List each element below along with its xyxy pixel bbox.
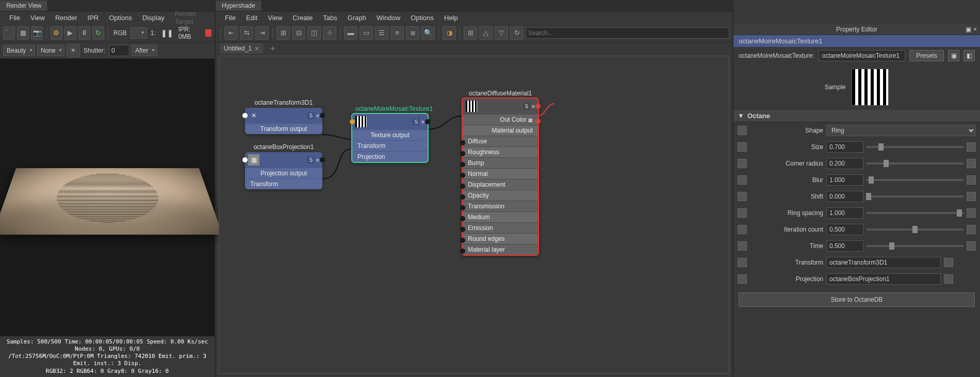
menu-ipr[interactable]: IPR: [83, 12, 104, 23]
hs-menu-edit[interactable]: Edit: [241, 12, 263, 23]
pause-icon[interactable]: ❚❚: [159, 29, 175, 37]
param-icon[interactable]: [738, 192, 747, 201]
render-viewport[interactable]: [0, 59, 215, 336]
param-icon[interactable]: [738, 258, 747, 267]
node-graph-canvas[interactable]: octaneTransform3D1 ✕ S≡ Transform output…: [219, 56, 729, 374]
mode-4-icon[interactable]: ≡: [390, 26, 404, 40]
transform-input[interactable]: [826, 257, 941, 268]
collapse-icon[interactable]: ▼: [738, 112, 744, 120]
render-sequence-icon[interactable]: ▦: [17, 26, 29, 40]
node-box-projection[interactable]: octaneBoxProjection1 ▦ S≡ Projection out…: [245, 152, 322, 189]
param-icon[interactable]: [738, 126, 747, 135]
menu-view[interactable]: View: [25, 12, 50, 23]
copy-tab-icon[interactable]: ▣: [948, 50, 959, 61]
shift-input[interactable]: [826, 191, 863, 202]
corner-radius-input[interactable]: [826, 158, 863, 169]
maximize-icon[interactable]: ▣: [966, 26, 971, 33]
solo-icon[interactable]: ◑: [443, 26, 456, 40]
hs-menu-help[interactable]: Help: [439, 12, 463, 23]
menu-options[interactable]: Options: [104, 12, 137, 23]
record-icon[interactable]: [205, 29, 211, 37]
time-slider[interactable]: [867, 245, 963, 247]
snapshot-icon[interactable]: 📷: [31, 26, 43, 40]
corner-radius-slider[interactable]: [867, 162, 963, 165]
render-frame-icon[interactable]: ⬛: [3, 26, 15, 40]
close-icon[interactable]: ×: [973, 26, 977, 33]
ring-spacing-input[interactable]: [826, 207, 863, 219]
param-icon[interactable]: [738, 159, 747, 168]
map-button[interactable]: [967, 159, 976, 168]
mode-5-icon[interactable]: ≣: [406, 26, 419, 40]
size-slider[interactable]: [867, 146, 963, 148]
ring-spacing-slider[interactable]: [867, 212, 963, 214]
hs-menu-options[interactable]: Options: [405, 12, 439, 23]
store-to-octanedb-button[interactable]: Store to OctaneDB: [739, 292, 975, 307]
param-icon[interactable]: [738, 274, 747, 284]
mode-1-icon[interactable]: ▬: [344, 26, 357, 40]
ipr-start-icon[interactable]: ▶: [64, 26, 76, 40]
presets-button[interactable]: Presets: [909, 50, 944, 61]
input-connections-icon[interactable]: ⇤: [224, 26, 238, 40]
c-btn-icon[interactable]: ↻: [510, 26, 524, 40]
io-connections-icon[interactable]: ⇆: [240, 26, 253, 40]
menu-file[interactable]: File: [4, 12, 25, 23]
remove-selected-icon[interactable]: ⊟: [292, 26, 305, 40]
param-icon[interactable]: [738, 241, 747, 251]
grid-icon[interactable]: ⊞: [464, 26, 477, 40]
render-view-tab[interactable]: Render View: [0, 1, 48, 11]
hs-menu-view[interactable]: View: [263, 12, 287, 23]
hs-menu-window[interactable]: Window: [371, 12, 405, 23]
shape-select[interactable]: Ring: [826, 125, 976, 136]
rearrange-icon[interactable]: ⊹: [323, 26, 336, 40]
menu-render[interactable]: Render: [50, 12, 83, 23]
mode-3-icon[interactable]: ☰: [375, 26, 388, 40]
b-btn-icon[interactable]: ▽: [495, 26, 508, 40]
param-icon[interactable]: [738, 208, 747, 218]
channel-select[interactable]: [130, 27, 147, 39]
shift-slider[interactable]: [867, 195, 963, 198]
hs-menu-create[interactable]: Create: [287, 12, 318, 23]
shutter-mode-select[interactable]: After: [132, 45, 157, 56]
menu-display[interactable]: Display: [137, 12, 170, 23]
mat-name-input[interactable]: [819, 50, 906, 61]
param-icon[interactable]: [738, 175, 747, 185]
map-button[interactable]: [967, 241, 976, 251]
node-diffuse-material[interactable]: octaneDiffuseMaterial1 S≡ Out Color ▦ Ma…: [462, 97, 539, 256]
map-button[interactable]: [944, 274, 953, 284]
ipr-refresh-icon[interactable]: ↻: [92, 26, 104, 40]
time-input[interactable]: [826, 240, 863, 252]
projection-input[interactable]: [826, 273, 941, 285]
node-moire-mosaic[interactable]: octaneMoireMosaicTexture1 S≡ Texture out…: [351, 113, 429, 163]
map-button[interactable]: [967, 175, 976, 185]
map-button[interactable]: [967, 192, 976, 201]
aov-select[interactable]: Beauty: [3, 45, 35, 56]
hs-menu-tabs[interactable]: Tabs: [318, 12, 342, 23]
param-icon[interactable]: [738, 142, 747, 152]
node-transform3d[interactable]: octaneTransform3D1 ✕ S≡ Transform output: [245, 108, 322, 134]
ipr-1-icon[interactable]: ⚙: [51, 26, 62, 40]
size-input[interactable]: [826, 141, 863, 153]
iteration-count-input[interactable]: [826, 224, 863, 235]
a-btn-icon[interactable]: △: [479, 26, 493, 40]
hypershade-tab[interactable]: Hypershade: [216, 1, 262, 11]
hs-menu-file[interactable]: File: [220, 12, 241, 23]
output-connections-icon[interactable]: ⇥: [255, 26, 269, 40]
map-button[interactable]: [967, 208, 976, 218]
octane-section-header[interactable]: ▼ Octane: [733, 110, 980, 122]
blur-slider[interactable]: [867, 179, 963, 181]
mode-2-icon[interactable]: ▭: [360, 26, 373, 40]
select-node-icon[interactable]: ◧: [963, 50, 975, 61]
add-selected-icon[interactable]: ⊞: [276, 26, 290, 40]
map-button[interactable]: [967, 142, 976, 152]
hs-menu-graph[interactable]: Graph: [342, 12, 371, 23]
graph-tab[interactable]: Untitled_1 ×: [220, 43, 263, 54]
sample-swatch[interactable]: [852, 69, 889, 106]
map-button[interactable]: [944, 258, 953, 267]
param-icon[interactable]: [738, 225, 747, 234]
search-input[interactable]: [526, 27, 729, 39]
exposure-icon[interactable]: ☀: [67, 44, 80, 57]
iteration-count-slider[interactable]: [867, 228, 963, 231]
map-button[interactable]: [967, 225, 976, 234]
add-graph-tab-icon[interactable]: +: [267, 44, 278, 53]
close-graph-tab-icon[interactable]: ×: [255, 44, 259, 53]
